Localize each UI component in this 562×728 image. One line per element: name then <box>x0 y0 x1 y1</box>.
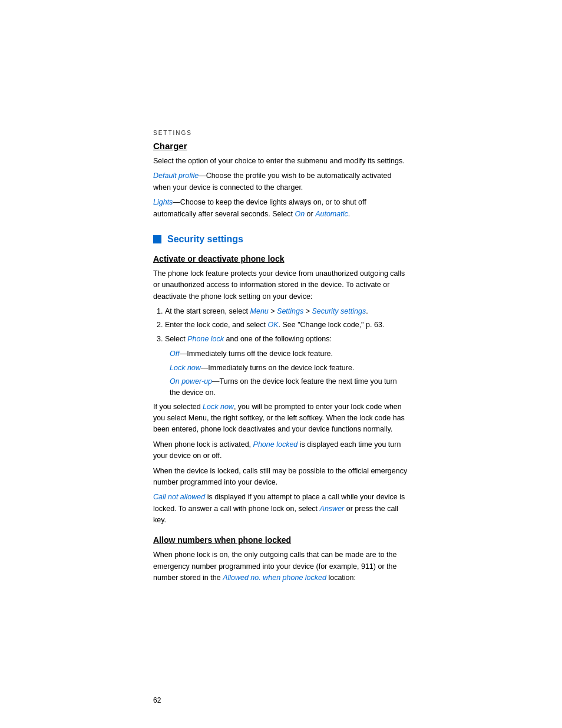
para-lock-now: If you selected Lock now, you will be pr… <box>153 401 409 436</box>
lights-on-link: On <box>295 210 305 218</box>
charger-intro: Select the option of your choice to ente… <box>153 156 409 167</box>
para-emergency: When the device is locked, calls still m… <box>153 466 409 489</box>
lock-now-link: Lock now <box>170 364 201 372</box>
security-section-header: Security settings <box>153 234 409 245</box>
menu-link: Menu <box>250 307 269 315</box>
phone-locked-link: Phone locked <box>253 440 298 449</box>
allow-heading: Allow numbers when phone locked <box>153 535 409 545</box>
charger-lights: Lights—Choose to keep the device lights … <box>153 197 409 220</box>
security-title: Security settings <box>167 234 243 245</box>
charger-heading: Charger <box>153 141 409 151</box>
step-1: At the start screen, select Menu > Setti… <box>165 306 409 317</box>
blue-square-icon <box>153 235 161 243</box>
lock-now-ref-link: Lock now <box>203 403 234 411</box>
security-settings-link: Security settings <box>312 307 366 315</box>
section-label: Settings <box>153 130 409 136</box>
activate-intro: The phone lock feature protects your dev… <box>153 268 409 302</box>
para-phone-locked: When phone lock is activated, Phone lock… <box>153 439 409 462</box>
allow-intro: When phone lock is on, the only outgoing… <box>153 549 409 584</box>
lights-link: Lights <box>153 198 173 206</box>
steps-list: At the start screen, select Menu > Setti… <box>165 306 409 345</box>
on-power-up-link: On power-up <box>170 377 212 386</box>
para-call-not-allowed: Call not allowed is displayed if you att… <box>153 492 409 526</box>
page-number: 62 <box>153 696 161 704</box>
phone-lock-link: Phone lock <box>187 335 224 343</box>
ok-link: OK <box>267 321 278 329</box>
charger-default-profile: Default profile—Choose the profile you w… <box>153 170 409 193</box>
option-on-power-up: On power-up—Turns on the device lock fea… <box>170 376 409 399</box>
options-block: Off—Immediately turns off the device loc… <box>170 348 409 399</box>
step-2: Enter the lock code, and select OK. See … <box>165 319 409 331</box>
option-lock-now: Lock now—Immediately turns on the device… <box>170 363 409 374</box>
answer-link: Answer <box>320 505 345 513</box>
option-off: Off—Immediately turns off the device loc… <box>170 348 409 360</box>
call-not-allowed-link: Call not allowed <box>153 493 205 501</box>
page: Settings Charger Select the option of yo… <box>0 0 562 728</box>
allowed-no-link: Allowed no. when phone locked <box>223 574 326 582</box>
lights-auto-link: Automatic <box>315 210 348 218</box>
activate-heading: Activate or deactivate phone lock <box>153 254 409 263</box>
off-link: Off <box>170 350 180 358</box>
default-profile-link: Default profile <box>153 172 199 180</box>
lights-or-text: or <box>305 210 315 218</box>
step-3: Select Phone lock and one of the followi… <box>165 334 409 345</box>
lights-period: . <box>348 210 350 218</box>
settings-link: Settings <box>277 307 303 315</box>
